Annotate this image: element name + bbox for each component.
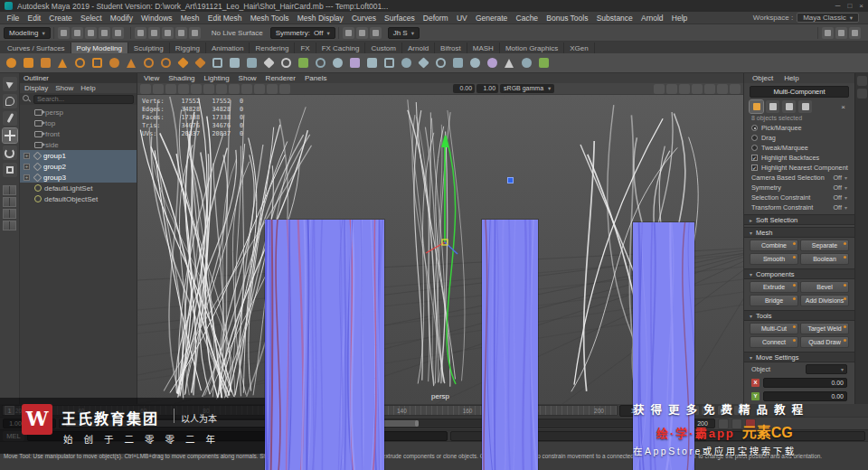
new-scene-icon[interactable] (58, 27, 70, 39)
bookmark-icon[interactable] (178, 84, 189, 94)
shadows-icon[interactable] (267, 84, 278, 94)
toolkit-button[interactable]: Combine (750, 240, 798, 251)
move-tool-icon[interactable] (3, 128, 17, 143)
menu-set-dropdown[interactable]: Modeling (4, 27, 51, 39)
minimize-button[interactable]: ─ (835, 2, 841, 10)
menu-item[interactable]: Edit Mesh (203, 14, 246, 23)
menu-item[interactable]: Generate (471, 14, 512, 23)
lasso-tool-icon[interactable] (3, 94, 17, 108)
dropdown-row[interactable]: Symmetry Off (744, 183, 854, 193)
toolkit-button[interactable]: Connect (750, 336, 798, 348)
smooth-icon[interactable] (329, 55, 345, 71)
toolkit-button[interactable]: Multi-Cut (750, 323, 798, 334)
quad-draw-icon[interactable] (295, 55, 311, 71)
input-field-dropdown[interactable]: Jh S (388, 27, 420, 39)
workspace-dropdown[interactable]: Maya Classic (797, 13, 859, 23)
channel-box-toggle-icon[interactable] (849, 27, 861, 39)
outliner-item[interactable]: + side (20, 139, 137, 150)
shaded-icon[interactable] (229, 84, 240, 94)
attribute-editor-toggle-icon[interactable] (822, 27, 834, 39)
cube-icon[interactable] (20, 55, 36, 71)
toolkit-button[interactable]: Bridge (750, 295, 798, 306)
shelf-tab[interactable]: Custom (365, 42, 402, 53)
outliner-item[interactable]: + top (20, 118, 137, 128)
close-icon[interactable]: × (837, 101, 849, 113)
exposure-field[interactable]: 0.00 (453, 84, 475, 93)
snap-plane-icon[interactable] (175, 27, 187, 39)
edge-mode-button[interactable] (766, 100, 779, 113)
layout-outliner-persp-icon[interactable] (3, 221, 16, 230)
average-vertices-icon[interactable] (467, 55, 483, 71)
connect-icon[interactable] (312, 55, 328, 71)
shelf-tab[interactable]: FX (295, 42, 316, 53)
select-camera-icon[interactable] (140, 84, 151, 94)
merge-icon[interactable] (518, 55, 534, 71)
menu-item[interactable]: Cache (512, 14, 542, 23)
axis-orientation-dropdown[interactable] (806, 364, 847, 374)
shelf-tab[interactable]: XGen (564, 42, 594, 53)
rotate-tool-icon[interactable] (3, 146, 17, 160)
axis-value-field[interactable]: 0.00 (763, 378, 847, 388)
open-scene-icon[interactable] (71, 27, 83, 39)
toolkit-button[interactable]: Quad Draw (800, 336, 849, 348)
sculpt-icon[interactable] (484, 55, 500, 71)
extrude-icon[interactable] (209, 55, 225, 71)
outliner-item[interactable]: + group3 (20, 172, 137, 183)
image-plane-icon[interactable] (191, 84, 202, 94)
menu-item[interactable]: Help (667, 14, 692, 23)
layout-single-pane-icon[interactable] (3, 185, 16, 195)
tool-settings-toggle-icon[interactable] (835, 27, 847, 39)
torus-icon[interactable] (71, 55, 88, 71)
quad-strip-icon[interactable] (535, 55, 552, 71)
menu-item[interactable]: UV (452, 14, 471, 23)
checkbox-row[interactable]: Highlight Backfaces (744, 153, 854, 163)
viewport-menu-item[interactable]: View (144, 73, 159, 83)
backface-culling-icon[interactable] (679, 84, 690, 94)
move-settings-header[interactable]: Move Settings (744, 352, 854, 362)
render-icon[interactable] (343, 27, 354, 39)
select-tool-icon[interactable] (3, 77, 17, 91)
viewport-menu-item[interactable]: Renderer (266, 73, 296, 83)
menu-item[interactable]: Mesh Display (293, 14, 347, 23)
outliner-menu-item[interactable]: Show (55, 83, 73, 93)
radio-row[interactable]: Drag (744, 133, 854, 143)
shelf-tab[interactable]: FX Caching (316, 42, 366, 53)
boolean-icon[interactable] (398, 55, 414, 71)
outliner-search-input[interactable] (33, 95, 134, 104)
wireframe-icon[interactable] (216, 84, 227, 94)
maximize-button[interactable]: □ (847, 2, 852, 10)
dropdown-row[interactable]: Selection Constraint Off (744, 193, 854, 202)
menu-item[interactable]: Select (76, 14, 106, 23)
snap-grid-icon[interactable] (135, 27, 146, 39)
menu-item[interactable]: Edit (24, 14, 45, 23)
multi-cut-icon[interactable] (260, 55, 277, 71)
symmetrize-icon[interactable] (449, 55, 466, 71)
layout-four-pane-icon[interactable] (3, 197, 16, 207)
components-section-header[interactable]: Components (744, 268, 854, 279)
toolkit-button[interactable]: Bevel (800, 281, 849, 293)
shelf-tab[interactable]: MASH (467, 42, 500, 53)
viewport-menu-item[interactable]: Shading (168, 73, 194, 83)
scale-tool-icon[interactable] (3, 163, 17, 177)
hair-card-texture-plane[interactable] (265, 220, 384, 470)
plane-icon[interactable] (89, 55, 105, 71)
lighting-icon[interactable] (254, 84, 265, 94)
render-settings-icon[interactable] (370, 27, 382, 39)
panel-expand-icon[interactable] (857, 89, 867, 99)
isolate-select-icon[interactable] (654, 84, 665, 94)
bridge-icon[interactable] (243, 55, 259, 71)
film-gate-icon[interactable] (692, 84, 703, 94)
layout-two-pane-icon[interactable] (3, 209, 16, 219)
bevel-icon[interactable] (226, 55, 242, 71)
pipe-icon[interactable] (140, 55, 156, 71)
sphere-icon[interactable] (3, 55, 19, 71)
menu-item[interactable]: Mesh Tools (246, 14, 293, 23)
dropdown-value[interactable]: Off (833, 174, 847, 182)
pyramid-icon[interactable] (123, 55, 139, 71)
field-chart-icon[interactable] (730, 84, 741, 94)
radio-row[interactable]: Pick/Marquee (744, 123, 854, 133)
shelf-tab[interactable]: Rigging (170, 42, 206, 53)
toolkit-button[interactable]: Separate (800, 240, 849, 251)
mesh-section-header[interactable]: Mesh (744, 227, 854, 238)
menu-item[interactable]: Create (45, 14, 77, 23)
